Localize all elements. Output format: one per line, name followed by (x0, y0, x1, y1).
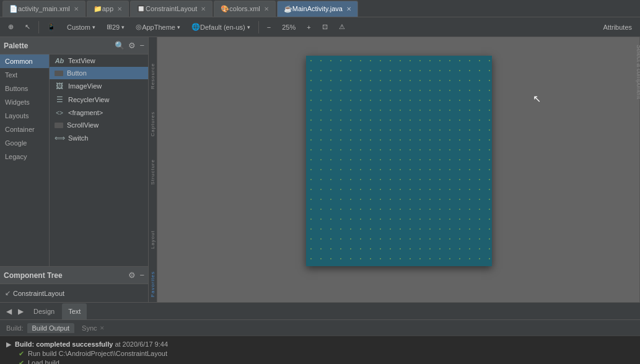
category-widgets[interactable]: Widgets (0, 95, 49, 109)
tab-design[interactable]: Design (27, 303, 61, 319)
cursor-btn[interactable]: ↖ (20, 20, 35, 35)
check-icon-1: ✔ (19, 350, 24, 358)
palette-categories: Common Text Buttons Widgets Layouts Cont… (0, 54, 50, 266)
close-icon[interactable]: ✕ (264, 6, 269, 12)
collapse-icon[interactable]: − (139, 41, 144, 50)
tab-icon: 📄 (9, 5, 18, 13)
cursor-icon: ↖ (25, 23, 30, 31)
close-icon[interactable]: ✕ (201, 6, 206, 12)
tab-icon: 🔲 (137, 5, 146, 13)
design-icon: ⊕ (8, 23, 14, 31)
vertical-tabs-container: Resource Manager Captures Structure Layo… (149, 37, 157, 302)
orientation-icon: 📱 (47, 23, 56, 31)
tab-icon: 🎨 (221, 5, 229, 13)
left-panel: Palette 🔍 ⚙ − Common Text Buttons W (0, 37, 149, 302)
favorites-tab[interactable]: Favorites (149, 266, 157, 302)
cursor-indicator: ↖ (533, 93, 541, 105)
tab-icon: 📁 (94, 5, 102, 13)
fragment-icon: <> (55, 110, 64, 116)
sync-close-icon[interactable]: ✕ (100, 325, 105, 331)
palette-item-scrollview[interactable]: ScrollView (50, 119, 148, 131)
palette-content: Common Text Buttons Widgets Layouts Cont… (0, 54, 148, 266)
arrow-icon: ▶ (6, 340, 11, 349)
locale-btn[interactable]: 🌐 Default (en-us) (187, 20, 255, 35)
zoom-level: 25% (278, 20, 300, 35)
category-legacy[interactable]: Legacy (0, 150, 49, 163)
tab-app[interactable]: 📁 app ✕ (87, 1, 129, 17)
divider1 (38, 21, 39, 33)
tree-item-icon: ↙ (5, 289, 11, 297)
zoom-fit-btn[interactable]: ⊡ (318, 20, 332, 35)
category-common[interactable]: Common (0, 54, 49, 68)
recyclerview-icon: ☰ (55, 95, 64, 104)
device-dots-pattern (306, 56, 492, 266)
zoom-out-btn[interactable]: − (263, 20, 275, 35)
theme-btn[interactable]: ◎ AppTheme (131, 20, 185, 35)
build-text-2: Run build C:\AndroidProject\\ConstraintL… (28, 350, 167, 357)
build-label: Build: (6, 324, 24, 332)
component-tree-content: ↙ ConstraintLayout (0, 284, 148, 302)
close-icon[interactable]: ✕ (74, 6, 79, 12)
toolbar: ⊕ ↖ 📱 Custom ⊞ 29 ◎ AppTheme 🌐 Default (… (0, 17, 640, 37)
layout-inspector-tab[interactable]: Layout Inspector (149, 202, 157, 254)
category-layouts[interactable]: Layouts (0, 109, 49, 123)
category-container[interactable]: Container (0, 123, 49, 136)
custom-btn[interactable]: Custom (63, 20, 100, 35)
tab-constraint-layout[interactable]: 🔲 ConstraintLayout ✕ (130, 1, 213, 17)
build-output-tab[interactable]: Build Output (27, 323, 75, 333)
build-line-3: ✔ Load build (6, 358, 634, 364)
resource-manager-tab[interactable]: Resource Manager (149, 37, 157, 94)
tab-colors[interactable]: 🎨 colors.xml ✕ (214, 1, 276, 17)
captures-tab[interactable]: Captures (149, 106, 157, 141)
build-line-1: ▶ Build: completed successfully at 2020/… (6, 340, 634, 349)
tab-text[interactable]: Text (62, 303, 87, 319)
category-buttons[interactable]: Buttons (0, 82, 49, 95)
bottom-panel: ◀ ▶ Design Text Build: Build Output Sync… (0, 302, 640, 364)
build-text-1: Build: completed successfully at 2020/6/… (15, 340, 168, 348)
tab-activity-main[interactable]: 📄 activity_main.xml ✕ (2, 1, 85, 17)
tree-settings-icon[interactable]: ⚙ (128, 271, 136, 280)
build-nav-prev[interactable]: ◀ (4, 307, 14, 316)
design-mode-btn[interactable]: ⊕ (4, 20, 18, 35)
divider2 (258, 21, 259, 33)
close-icon[interactable]: ✕ (346, 6, 351, 12)
warning-btn[interactable]: ⚠ (335, 20, 349, 35)
palette-item-switch[interactable]: ⟺ Switch (50, 131, 148, 145)
tree-item-constraint-layout[interactable]: ↙ ConstraintLayout (5, 288, 143, 298)
structure-tab[interactable]: Structure (149, 154, 157, 189)
button-icon (55, 71, 63, 76)
component-tree-title: Component Tree (4, 271, 128, 280)
palette-item-textview[interactable]: Ab TextView (50, 54, 148, 67)
build-content: ▶ Build: completed successfully at 2020/… (0, 336, 640, 364)
check-icon-2: ✔ (19, 359, 24, 364)
close-icon[interactable]: ✕ (117, 6, 122, 12)
search-icon[interactable]: 🔍 (115, 41, 125, 50)
size-btn[interactable]: ⊞ 29 (102, 20, 129, 35)
palette-header: Palette 🔍 ⚙ − (0, 37, 148, 54)
settings-icon[interactable]: ⚙ (128, 41, 136, 50)
palette-item-imageview[interactable]: 🖼 ImageView (50, 79, 148, 93)
tree-collapse-icon[interactable]: − (139, 271, 144, 280)
category-text[interactable]: Text (0, 68, 49, 82)
device-frame (306, 56, 492, 266)
tab-main-activity[interactable]: ☕ MainActivity.java ✕ (277, 1, 358, 17)
build-line-2: ✔ Run build C:\AndroidProject\\Constrain… (6, 349, 634, 358)
bottom-tab-bar: ◀ ▶ Design Text (0, 303, 640, 320)
build-header-row: Build: Build Output Sync ✕ (0, 320, 640, 336)
attributes-btn[interactable]: Attributes (599, 20, 636, 35)
build-nav-next[interactable]: ▶ (15, 307, 26, 316)
orientation-btn[interactable]: 📱 (43, 20, 60, 35)
component-tree-header: Component Tree ⚙ − (0, 267, 148, 284)
sync-tab[interactable]: Sync ✕ (77, 323, 109, 333)
category-google[interactable]: Google (0, 136, 49, 150)
canvas-area: Resource Manager Captures Structure Layo… (149, 37, 640, 302)
palette-item-recyclerview[interactable]: ☰ RecyclerView (50, 93, 148, 106)
switch-icon: ⟺ (55, 134, 64, 142)
palette-item-button[interactable]: Button (50, 67, 148, 79)
zoom-in-btn[interactable]: + (302, 20, 315, 35)
canvas-container[interactable]: ↖ (157, 37, 640, 302)
tab-icon: ☕ (284, 5, 292, 13)
palette-title: Palette (4, 41, 115, 50)
palette-item-fragment[interactable]: <> <fragment> (50, 106, 148, 119)
tab-bar: 📄 activity_main.xml ✕ 📁 app ✕ 🔲 Constrai… (0, 0, 640, 17)
